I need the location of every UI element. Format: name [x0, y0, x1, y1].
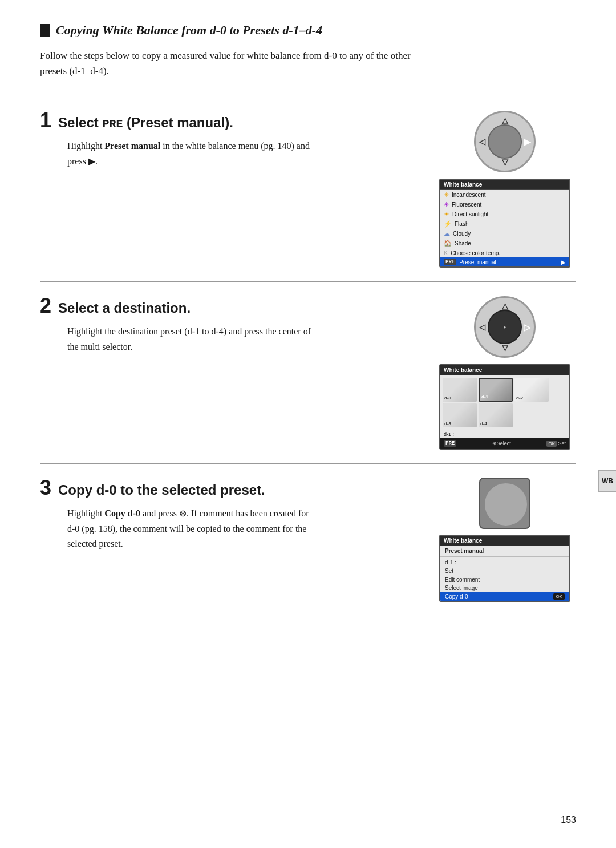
page-number: 153: [561, 815, 576, 825]
step-1-right: △ ▽ ◁ ▶ White balance ✳ Incandescent ✳ F…: [433, 110, 576, 268]
screen-row-incandescent: ✳ Incandescent: [440, 190, 569, 200]
ok-tag: OK: [553, 593, 565, 600]
dial-arrow-right: ▶: [524, 136, 530, 147]
screen-3-body: Preset manual d-1 : Set Edit comment Sel…: [440, 546, 569, 601]
dial2-arrow-left: ◁: [479, 322, 485, 332]
screen-row-flash: ⚡ Flash: [440, 219, 569, 229]
screen-3-divider: [440, 556, 569, 557]
step-2-body: Highlight the destination preset (d-1 to…: [40, 324, 314, 354]
d3-label: d-3: [444, 421, 451, 426]
dial-arrow-down: ▽: [502, 158, 508, 167]
step-1-dial: △ ▽ ◁ ▶: [473, 110, 536, 173]
step-1-number: 1: [40, 110, 51, 131]
step-2-title: Select a destination.: [58, 300, 191, 316]
d1-label: d-1: [481, 394, 488, 399]
screen-1-title: White balance: [440, 180, 569, 190]
step-1-screen: White balance ✳ Incandescent ✳ Fluoresce…: [439, 179, 570, 268]
dial-arrow-up: △: [502, 116, 508, 126]
dial-arrow-left: ◁: [479, 137, 485, 147]
step-3-screen: White balance Preset manual d-1 : Set Ed…: [439, 535, 570, 602]
grid-d2: d-2: [514, 378, 549, 402]
dial-center: [488, 124, 522, 159]
pre-bottom-tag: PRE: [444, 440, 456, 447]
screen-3-preset-manual: Preset manual: [440, 546, 569, 555]
screen-3-set-1: Set: [440, 567, 569, 575]
incandescent-icon: ✳: [444, 191, 449, 199]
step-1-left: 1 Select PRE (Preset manual). Highlight …: [40, 110, 433, 169]
screen-3-edit-comment: Edit comment: [440, 575, 569, 584]
flash-icon: ⚡: [444, 220, 452, 228]
screen-2-title: White balance: [440, 365, 569, 375]
screen-2-grid-area: d-0 d-1 d-2: [440, 375, 569, 430]
intro-paragraph: Follow the steps below to copy a measure…: [40, 48, 416, 79]
step-2-section: 2 Select a destination. Highlight the de…: [40, 281, 576, 463]
step-2-number: 2: [40, 296, 51, 316]
dial2-arrow-right: ▷: [524, 322, 530, 333]
grid-d1: d-1: [479, 378, 513, 402]
pre-label: PRE: [444, 259, 456, 265]
shade-icon: 🏠: [444, 240, 452, 247]
screen-3-copy-d0: Copy d-0 OK: [440, 592, 569, 601]
step-2-header: 2 Select a destination.: [40, 296, 422, 316]
cloud-icon: ☁: [444, 230, 450, 237]
dial2-arrow-up: △: [502, 301, 508, 311]
step-2-screen: White balance d-0 d-1: [439, 364, 570, 450]
grid-d4: d-4: [479, 403, 513, 427]
select-label: ⊕Select: [492, 441, 511, 446]
screen-2-body: d-0 d-1 d-2: [440, 375, 569, 438]
ok-set-label: OK Set: [546, 441, 566, 446]
section-icon: [40, 24, 50, 37]
outer-ring: [484, 482, 528, 527]
step-3-header: 3 Copy d-0 to the selected preset.: [40, 478, 422, 498]
step-1-section: 1 Select PRE (Preset manual). Highlight …: [40, 96, 576, 281]
d4-label: d-4: [480, 421, 487, 426]
step-3-title: Copy d-0 to the selected preset.: [58, 482, 265, 498]
d1-dest-label: d-1 :: [444, 431, 454, 437]
screen-1-body: ✳ Incandescent ✳ Fluorescent ☀ Direct su…: [440, 190, 569, 266]
screen-3-d1-label: d-1 :: [440, 558, 569, 567]
screen-3-select-image: Select image: [440, 584, 569, 592]
dial2-arrow-down: ▽: [502, 343, 508, 353]
grid-d0: d-0: [443, 378, 477, 402]
step-1-title: Select PRE (Preset manual).: [58, 115, 233, 131]
grid-d3: d-3: [443, 403, 477, 427]
grid-row-1: d-0 d-1 d-2: [443, 378, 567, 402]
step-3-left: 3 Copy d-0 to the selected preset. Highl…: [40, 478, 433, 551]
screen-row-sunlight: ☀ Direct sunlight: [440, 209, 569, 219]
screen-row-cloudy: ☁ Cloudy: [440, 229, 569, 239]
dial2-center: ●: [488, 310, 522, 344]
ok-button-image: OK: [479, 478, 530, 529]
step-3-number: 3: [40, 478, 51, 498]
screen-2-label-row: d-1 :: [440, 430, 569, 438]
center-dot: ●: [504, 325, 506, 330]
step-1-header: 1 Select PRE (Preset manual).: [40, 110, 422, 131]
screen-row-preset: PRE Preset manual ▶: [440, 257, 569, 266]
screen-row-colortemp: K Choose color temp.: [440, 248, 569, 257]
step-2-right: △ ▽ ◁ ▷ ● White balance d-0: [433, 296, 576, 450]
sun-icon: ☀: [444, 211, 449, 218]
step-3-section: WB 3 Copy d-0 to the selected preset. Hi…: [40, 463, 576, 616]
step-3-right: OK White balance Preset manual d-1 : Set…: [433, 478, 576, 602]
page-title: Copying White Balance from d-0 to Preset…: [40, 23, 576, 38]
arrow-right: ▶: [561, 259, 566, 265]
step-2-left: 2 Select a destination. Highlight the de…: [40, 296, 433, 354]
colortemp-icon: K: [444, 249, 448, 256]
step-1-body: Highlight Preset manual in the white bal…: [40, 139, 314, 169]
step-3-body: Highlight Copy d-0 and press ⊛. If comme…: [40, 506, 314, 551]
screen-row-shade: 🏠 Shade: [440, 239, 569, 248]
grid-row-2: d-3 d-4: [443, 403, 567, 427]
fluorescent-icon: ✳: [444, 201, 449, 208]
screen-row-fluorescent: ✳ Fluorescent: [440, 200, 569, 209]
screen-2-bottom: PRE ⊕Select OK Set: [440, 438, 569, 449]
d0-label: d-0: [444, 395, 451, 401]
step-2-dial: △ ▽ ◁ ▷ ●: [473, 296, 536, 358]
d2-label: d-2: [516, 395, 523, 401]
wb-tab: WB: [598, 470, 616, 492]
screen-3-title: White balance: [440, 536, 569, 546]
